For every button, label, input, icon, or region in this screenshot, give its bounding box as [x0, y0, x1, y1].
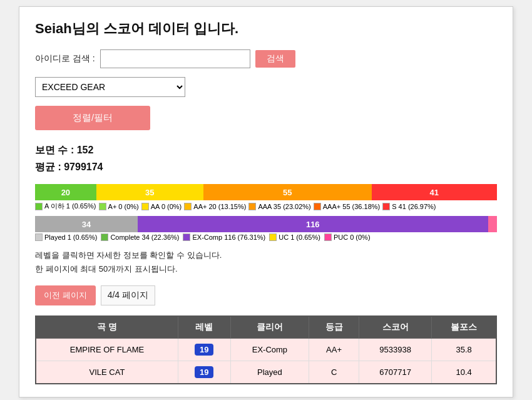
clear-bar-segment: [488, 216, 497, 232]
grade-bar-segment: 35: [96, 184, 203, 200]
clear-legend-dot: [269, 233, 277, 241]
clear-bar-segment: 34: [35, 216, 138, 232]
legend-label: AAA+ 55 (36.18%): [323, 203, 380, 210]
pagination-row: 이전 페이지 4/4 페이지: [35, 285, 497, 305]
clear-legend-label: Played 1 (0.65%): [44, 233, 97, 241]
table-row: VILE CAT19PlayedC670771710.4: [36, 361, 496, 384]
clear-legend-label: UC 1 (0.65%): [279, 233, 320, 241]
clear-legend-dot: [324, 233, 332, 241]
legend-dot: [141, 203, 149, 210]
legend-label: A 이하 1 (0.65%): [44, 202, 96, 211]
grade-legend: A 이하 1 (0.65%)A+ 0 (0%)AA 0 (0%)AA+ 20 (…: [35, 202, 497, 211]
clear-bar: 34116: [35, 216, 497, 232]
clear-legend-item: Played 1 (0.65%): [35, 233, 97, 241]
legend-label: AAA 35 (23.02%): [258, 203, 310, 210]
legend-dot: [35, 203, 43, 210]
clear-cell: EX-Comp: [230, 338, 309, 361]
search-row: 아이디로 검색 : 검색: [35, 49, 497, 68]
legend-label: S 41 (26.97%): [392, 203, 436, 210]
legend-item: A+ 0 (0%): [99, 202, 139, 211]
stats-block: 보면 수 : 152 평균 : 9799174: [35, 141, 497, 175]
stats-count: 보면 수 : 152: [35, 141, 497, 158]
clear-legend-dot: [35, 233, 43, 241]
clear-legend-label: EX-Comp 116 (76.31%): [192, 233, 265, 241]
legend-dot: [99, 203, 106, 210]
search-input[interactable]: [100, 49, 250, 68]
legend-label: AA+ 20 (13.15%): [193, 203, 246, 210]
legend-item: AAA 35 (23.02%): [248, 202, 310, 211]
game-select-wrapper: EXCEED GEAR: [35, 77, 497, 106]
filter-button-wrapper: 정렬/필터: [35, 106, 497, 141]
grade-bar-segment: 55: [203, 184, 372, 200]
clear-cell: Played: [230, 361, 309, 384]
table-header-cell: 볼포스: [432, 316, 496, 339]
score-cell: 6707717: [359, 361, 431, 384]
level-badge: 19: [195, 366, 213, 378]
grade-bar: 20355541: [35, 184, 497, 200]
legend-label: AA 0 (0%): [151, 203, 182, 210]
table-header: 곡 명레벨클리어등급스코어볼포스: [36, 316, 496, 339]
search-button[interactable]: 검색: [255, 50, 295, 68]
table-header-cell: 클리어: [230, 316, 309, 339]
table-header-cell: 곡 명: [36, 316, 178, 339]
table-body: EMPIRE OF FLAME19EX-CompAA+953393835.8VI…: [36, 338, 496, 384]
table-header-cell: 등급: [309, 316, 359, 339]
legend-item: S 41 (26.97%): [382, 202, 436, 211]
clear-legend-dot: [101, 233, 108, 241]
filter-button[interactable]: 정렬/필터: [35, 106, 150, 130]
search-label: 아이디로 검색 :: [35, 53, 95, 64]
grade-bar-segment: 41: [372, 184, 497, 200]
legend-item: AA+ 20 (13.15%): [184, 202, 246, 211]
clear-bar-segment: 116: [138, 216, 488, 232]
info-line1: 레벨을 클릭하면 자세한 정보를 확인할 수 있습니다.: [35, 249, 497, 262]
grade-cell: C: [309, 361, 359, 384]
clear-bar-section: 34116 Played 1 (0.65%)Complete 34 (22.36…: [35, 216, 497, 241]
legend-item: AAA+ 55 (36.18%): [314, 202, 380, 211]
level-cell: 19: [178, 361, 230, 384]
table-header-row: 곡 명레벨클리어등급스코어볼포스: [36, 316, 496, 339]
table-header-cell: 레벨: [178, 316, 230, 339]
legend-dot: [382, 203, 390, 210]
clear-legend-item: Complete 34 (22.36%): [101, 233, 179, 241]
info-text: 레벨을 클릭하면 자세한 정보를 확인할 수 있습니다. 한 페이지에 최대 5…: [35, 249, 497, 276]
table-header-cell: 스코어: [359, 316, 431, 339]
grade-cell: AA+: [309, 338, 359, 361]
score-table: 곡 명레벨클리어등급스코어볼포스 EMPIRE OF FLAME19EX-Com…: [35, 315, 497, 384]
legend-item: A 이하 1 (0.65%): [35, 202, 96, 211]
clear-legend-label: PUC 0 (0%): [334, 233, 371, 241]
grade-bar-segment: 20: [35, 184, 96, 200]
page-info: 4/4 페이지: [101, 285, 155, 305]
clear-legend: Played 1 (0.65%)Complete 34 (22.36%)EX-C…: [35, 233, 497, 241]
clear-legend-dot: [183, 233, 190, 241]
stats-avg: 평균 : 9799174: [35, 158, 497, 175]
legend-dot: [184, 203, 192, 210]
volforce-cell: 35.8: [432, 338, 496, 361]
clear-legend-item: EX-Comp 116 (76.31%): [183, 233, 265, 241]
legend-dot: [248, 203, 256, 210]
prev-page-button[interactable]: 이전 페이지: [35, 285, 96, 305]
song-name: EMPIRE OF FLAME: [36, 338, 178, 361]
info-line2: 한 페이지에 최대 50개까지 표시됩니다.: [35, 262, 497, 276]
legend-item: AA 0 (0%): [141, 202, 182, 211]
clear-legend-item: UC 1 (0.65%): [269, 233, 320, 241]
volforce-cell: 10.4: [432, 361, 496, 384]
page-title: Seiah님의 스코어 데이터 입니다.: [35, 19, 497, 38]
legend-label: A+ 0 (0%): [108, 203, 139, 210]
song-name: VILE CAT: [36, 361, 178, 384]
grade-bar-section: 20355541 A 이하 1 (0.65%)A+ 0 (0%)AA 0 (0%…: [35, 184, 497, 211]
legend-dot: [314, 203, 321, 210]
score-cell: 9533938: [359, 338, 431, 361]
clear-legend-item: PUC 0 (0%): [324, 233, 371, 241]
page-container: Seiah님의 스코어 데이터 입니다. 아이디로 검색 : 검색 EXCEED…: [19, 6, 513, 397]
level-badge: 19: [195, 344, 213, 356]
level-cell: 19: [178, 338, 230, 361]
clear-legend-label: Complete 34 (22.36%): [110, 233, 179, 241]
game-select[interactable]: EXCEED GEAR: [35, 77, 185, 97]
table-row: EMPIRE OF FLAME19EX-CompAA+953393835.8: [36, 338, 496, 361]
